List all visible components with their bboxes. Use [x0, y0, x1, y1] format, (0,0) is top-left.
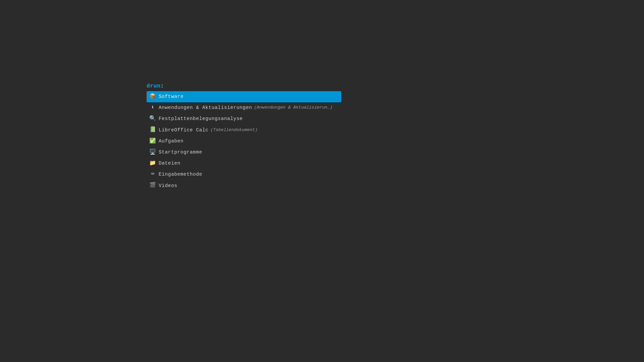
result-item-libreoffice-calc[interactable]: 📗LibreOffice Calc(Tabellendokument)	[147, 125, 341, 136]
result-icon-videos: 🎬	[149, 182, 156, 189]
result-name-startprogramme: Startprogramme	[159, 148, 202, 156]
result-item-anwendungen[interactable]: ⬇️Anwendungen & Aktualisierungen(Anwendu…	[147, 102, 341, 113]
result-name-videos: Videos	[159, 182, 177, 190]
result-name-software: Software	[159, 93, 183, 101]
result-item-videos[interactable]: 🎬Videos	[147, 180, 341, 191]
result-name-aufgaben: Aufgaben	[159, 137, 183, 145]
result-subtitle-libreoffice-calc: (Tabellendokument)	[211, 127, 258, 134]
result-subtitle-anwendungen: (Anwendungen & Aktualisierun…)	[254, 104, 332, 111]
search-container: drun: 📦Software⬇️Anwendungen & Aktualisi…	[147, 83, 341, 191]
result-item-eingabemethode[interactable]: ⌨️Eingabemethode	[147, 169, 341, 180]
result-icon-eingabemethode: ⌨️	[149, 171, 156, 178]
prompt-text: drun	[147, 83, 161, 89]
result-item-dateien[interactable]: 📁Dateien	[147, 158, 341, 169]
result-item-startprogramme[interactable]: 🖥️Startprogramme	[147, 147, 341, 158]
result-item-festplattenbelegungsanalyse[interactable]: 🔍Festplattenbelegungsanalyse	[147, 113, 341, 124]
result-icon-dateien: 📁	[149, 160, 156, 167]
result-item-aufgaben[interactable]: ✅Aufgaben	[147, 136, 341, 147]
result-icon-software: 📦	[149, 94, 156, 100]
result-icon-libreoffice-calc: 📗	[149, 127, 156, 133]
result-item-software[interactable]: 📦Software	[147, 91, 341, 102]
prompt-colon: :	[161, 83, 164, 89]
result-icon-startprogramme: 🖥️	[149, 149, 156, 156]
results-list: 📦Software⬇️Anwendungen & Aktualisierunge…	[147, 91, 341, 191]
prompt-label: drun:	[147, 83, 341, 89]
result-name-eingabemethode: Eingabemethode	[159, 171, 202, 178]
result-icon-festplattenbelegungsanalyse: 🔍	[149, 116, 156, 122]
result-name-libreoffice-calc: LibreOffice Calc	[159, 126, 209, 134]
result-name-dateien: Dateien	[159, 160, 180, 167]
result-icon-aufgaben: ✅	[149, 138, 156, 144]
result-name-anwendungen: Anwendungen & Aktualisierungen	[159, 104, 252, 112]
result-name-festplattenbelegungsanalyse: Festplattenbelegungsanalyse	[159, 115, 243, 123]
result-icon-anwendungen: ⬇️	[149, 105, 156, 111]
